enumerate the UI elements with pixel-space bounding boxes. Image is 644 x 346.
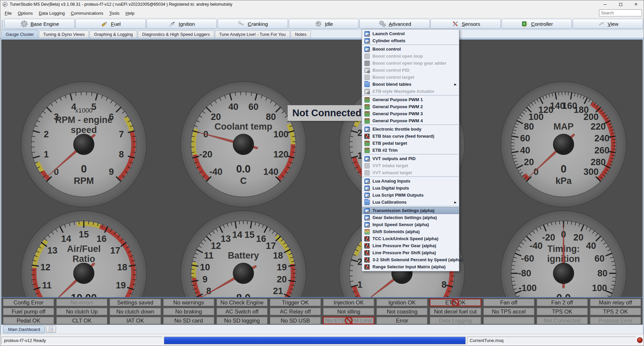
toolbar-button-ignition[interactable]: Ignition <box>147 19 217 29</box>
menu-item-boost-control-open-loop-gear-adder[interactable]: Boost control open loop gear adder <box>362 60 459 67</box>
toolbar-button-advanced[interactable]: Advanced <box>359 19 430 29</box>
menu-item-general-purpose-pwm-3[interactable]: General Purpose PWM 3 <box>362 110 459 117</box>
dlg-icon <box>364 186 370 191</box>
toolbar-button-fuel[interactable]: Fuel <box>75 19 146 29</box>
toolbar-button-label: Advanced <box>389 21 411 27</box>
gauge-title: MAP <box>553 122 574 132</box>
status-indicator-label: No SD logging <box>224 318 260 324</box>
svg-text:9: 9 <box>109 167 114 177</box>
menu-item-lua-calibrations[interactable]: Lua Calibrations▶ <box>362 199 459 206</box>
toolbar-button-view[interactable]: View <box>573 19 643 29</box>
status-indicator-label: Injection OK <box>334 299 364 306</box>
pwm-icon <box>364 104 370 110</box>
menu-item-general-purpose-pwm-1[interactable]: General Purpose PWM 1 <box>362 96 459 103</box>
tab-tuning-dyno-views[interactable]: Tuning & Dyno Views <box>39 30 89 38</box>
gauge-hub <box>553 263 574 284</box>
tab-tune-analyze-live-tune-for-you[interactable]: Tune Analyze Live! - Tune For You <box>215 30 290 38</box>
menu-item-line-pressure-per-gear-alpha-[interactable]: Line Pressure Per Gear (alpha) <box>362 242 459 249</box>
tab-graphing-logging[interactable]: Graphing & Logging <box>90 30 137 38</box>
gear-icon <box>20 20 28 28</box>
menu-item-boost-control-open-loop[interactable]: Boost control open loop <box>362 53 459 60</box>
menu-item-boost-control-target[interactable]: Boost control target <box>362 74 459 81</box>
menu-item-lua-script-pwm-outputs[interactable]: Lua Script PWM Outputs <box>362 192 459 199</box>
tools-icon <box>451 20 459 28</box>
toolbar-button-idle[interactable]: Idle <box>289 19 359 29</box>
toolbar-button-base-engine[interactable]: Base Engine <box>4 19 75 29</box>
menu-item-etb-style-wastegate-actuator[interactable]: ETB-style Wastegate Actuator <box>362 88 459 95</box>
minimize-button[interactable] <box>597 0 613 8</box>
maximize-button[interactable] <box>613 0 628 8</box>
menu-item-launch-control[interactable]: Launch Control <box>362 30 459 37</box>
menu-item-label: Boost blend tables <box>372 82 411 87</box>
status-indicator-no-sd-card: No SD card <box>163 317 215 325</box>
tab-main-dashboard[interactable]: Main Dashboard <box>3 326 45 333</box>
menu-item-lua-analog-inputs[interactable]: Lua Analog Inputs <box>362 178 459 185</box>
menu-item-label: General Purpose PWM 2 <box>372 104 423 109</box>
menubar-item-communications[interactable]: Communications <box>68 9 106 17</box>
status-indicator-label: Data Logging <box>439 318 472 324</box>
menu-item-lua-digital-inputs[interactable]: Lua Digital Inputs <box>362 185 459 192</box>
menu-item-boost-blend-tables[interactable]: Boost blend tables▶ <box>362 81 459 88</box>
submenu-arrow-icon: ▶ <box>454 83 457 86</box>
svg-text:60: 60 <box>520 133 530 143</box>
dlg-icon <box>364 68 370 73</box>
svg-text:16: 16 <box>97 234 107 244</box>
close-button[interactable]: × <box>628 0 644 8</box>
menubar-item-data-logging[interactable]: Data Logging <box>36 9 68 17</box>
menu-item-tcc-lock-unlock-speed-alpha-[interactable]: TCC Lock/Unlock Speed (alpha) <box>362 235 459 242</box>
status-indicator-label: Not decel fuel cut <box>434 308 477 315</box>
tab-notes[interactable]: Notes <box>291 30 311 38</box>
status-indicator-main-relay-off: Main relay off <box>590 298 641 306</box>
menu-item-vvt-intake-target[interactable]: VVT intake target <box>362 162 459 169</box>
menu-item-vvt-outputs-and-pid[interactable]: VVT outputs and PID <box>362 155 459 162</box>
gauge-coolant-temp: -40-20020406080100120140Coolant temp0.0C <box>180 81 307 208</box>
dashboard-report-tab[interactable] <box>46 326 56 333</box>
progress-fill <box>164 337 465 344</box>
status-indicator-label: Pedal OK <box>17 318 41 324</box>
status-indicator-label: Fan 2 off <box>551 299 573 306</box>
advanced-dropdown-menu: Launch ControlCylinder offsetsBoost cont… <box>362 29 459 271</box>
menubar-item-options[interactable]: Options <box>15 9 36 17</box>
menu-item-cylinder-offsets[interactable]: Cylinder offsets <box>362 37 459 44</box>
menu-item-etb-pedal-target[interactable]: ETB pedal target <box>362 140 459 147</box>
menu-item-range-selector-input-matrix-alpha-[interactable]: Range Selector Input Matrix (alpha) <box>362 263 459 270</box>
menu-item-3-2-shift-solenoid-percent-by-speed-alpha-[interactable]: 3-2 Shift Solenoid Percent by Speed (alp… <box>362 256 459 263</box>
dlg-icon <box>364 38 370 44</box>
svg-text:17: 17 <box>110 246 120 256</box>
svg-text:15: 15 <box>79 229 89 239</box>
menu-item-general-purpose-pwm-2[interactable]: General Purpose PWM 2 <box>362 103 459 110</box>
menubar-item-help[interactable]: Help <box>122 9 137 17</box>
menu-item-gear-selection-settings-alpha-[interactable]: Gear Selection Settings (alpha) <box>362 214 459 221</box>
toolbar-button-cranking[interactable]: Cranking <box>218 19 288 29</box>
menu-item-general-purpose-pwm-4[interactable]: General Purpose PWM 4 <box>362 117 459 124</box>
gauge-hub <box>73 263 94 284</box>
menu-item-vvt-exhaust-target[interactable]: VVT exhaust target <box>362 169 459 176</box>
tab-diagnostics-high-speed-loggers[interactable]: Diagnostics & High Speed Loggers <box>138 30 214 38</box>
menubar-item-file[interactable]: File <box>2 9 15 17</box>
gauge-rpm: 0123456789x1000RPM - enginespeed0RPM <box>20 81 148 208</box>
toolbar-button-sensors[interactable]: Sensors <box>430 19 501 29</box>
toolbar-grip[interactable] <box>1 20 3 28</box>
svg-text:14: 14 <box>232 230 242 240</box>
menu-item-transmission-settings-alpha-[interactable]: Transmission Settings (alpha) <box>362 207 459 214</box>
status-indicator-fan-off: Fan off <box>483 298 535 306</box>
menu-item-electronic-throttle-body[interactable]: Electronic throttle body <box>362 126 459 133</box>
menu-item-boost-control-pid[interactable]: Boost control PID <box>362 67 459 74</box>
menu-item-label: Transmission Settings (alpha) <box>372 208 434 213</box>
menu-item-boost-control[interactable]: Boost control <box>362 46 459 53</box>
menubar-item-tools[interactable]: Tools <box>106 9 122 17</box>
status-indicator-ac-relay-off: AC Relay off <box>270 307 321 316</box>
gauge-unit: RPM <box>74 176 94 186</box>
search-input[interactable] <box>599 9 642 16</box>
svg-text:1: 1 <box>357 280 362 290</box>
menu-item-shift-solenoids-alpha-[interactable]: Shift Solenoids (alpha) <box>362 228 459 235</box>
tab-gauge-cluster[interactable]: Gauge Cluster <box>1 30 38 38</box>
menu-item-line-pressure-per-shift-alpha-[interactable]: Line Pressure Per Shift (alpha) <box>362 249 459 256</box>
menu-item-input-speed-sensor-alpha-[interactable]: Input Speed Sensor (alpha) <box>362 221 459 228</box>
svg-text:9: 9 <box>202 274 208 284</box>
menu-item-etb-2-trim[interactable]: ETB #2 Trim <box>362 147 459 154</box>
status-indicator-label: AC Switch off <box>225 308 258 315</box>
toolbar-button-controller[interactable]: Controller <box>502 19 572 29</box>
menu-item-etb-bias-curve-feed-forward-[interactable]: ETB bias curve (feed forward) <box>362 133 459 140</box>
svg-text:260: 260 <box>594 145 609 155</box>
